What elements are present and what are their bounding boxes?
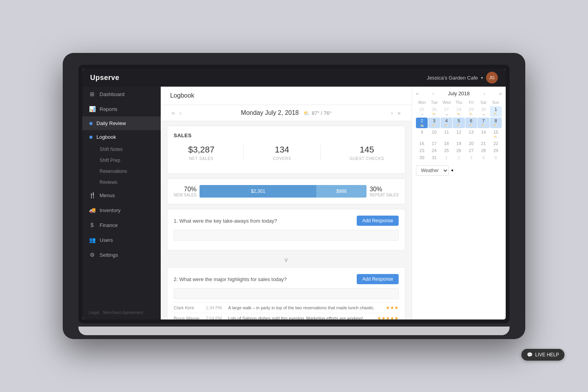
cal-day-jul27[interactable]: 27 xyxy=(465,147,477,154)
sidebar-footer: Legal Merchant Agreement xyxy=(82,305,161,319)
sidebar-item-daily-review[interactable]: Daily Review xyxy=(82,116,161,130)
response-2-text: Lots of Salmon dishes sold this evening.… xyxy=(228,316,372,319)
net-sales-label: NET SALES xyxy=(188,156,214,161)
cal-day-jun28[interactable]: 28⛅ xyxy=(453,106,465,117)
sidebar-item-logbook[interactable]: Logbook xyxy=(82,130,161,144)
cal-day-jul4[interactable]: 4⛅ xyxy=(441,118,452,128)
sidebar-label-logbook: Logbook xyxy=(96,134,116,140)
prev-month-btn[interactable]: « xyxy=(170,109,176,117)
cal-day-aug3[interactable]: 3 xyxy=(465,154,477,161)
cal-day-jul2-today[interactable]: 2⛅ xyxy=(416,118,428,128)
sidebar-item-menus[interactable]: 🍴 Menus xyxy=(82,188,161,203)
sidebar-item-reports[interactable]: 📊 Reports xyxy=(82,102,161,116)
screen-bezel: Upserve Jessica's Garden Cafe ▾ JG ⊞ Das… xyxy=(78,65,510,323)
cal-day-jul31[interactable]: 31 xyxy=(428,154,440,161)
repeat-sales-amount: $986 xyxy=(336,189,347,194)
cal-day-jul3[interactable]: 3⛅ xyxy=(428,118,440,128)
cal-day-jul9[interactable]: 9 xyxy=(416,129,428,140)
user-avatar[interactable]: JG xyxy=(486,72,498,83)
question-2-header: 2. What were the major highlights for sa… xyxy=(174,274,399,284)
cal-day-jul5[interactable]: 5⛅ xyxy=(453,118,465,128)
add-response-1-button[interactable]: Add Response xyxy=(357,216,399,226)
cal-day-jul1[interactable]: 1⛅ xyxy=(490,106,502,117)
cal-month-year: July 2018 xyxy=(448,91,470,96)
cal-prev-year-btn[interactable]: « xyxy=(416,91,419,96)
cal-day-jul13[interactable]: 13 xyxy=(465,129,477,140)
top-bar: Upserve Jessica's Garden Cafe ▾ JG xyxy=(82,69,506,87)
sidebar-item-shift-prep[interactable]: Shift Prep xyxy=(82,155,161,166)
cal-next-year-btn[interactable]: » xyxy=(499,91,502,96)
weather-display: ⛅ 87° / 76° xyxy=(303,110,331,116)
cal-day-jul30[interactable]: 30 xyxy=(416,154,428,161)
cal-day-jul16[interactable]: 16 xyxy=(416,140,428,147)
sidebar-item-dashboard[interactable]: ⊞ Dashboard xyxy=(82,87,161,102)
sidebar-item-inventory[interactable]: 🚚 Inventory xyxy=(82,203,161,218)
question-2-text: 2. What were the major highlights for sa… xyxy=(174,276,287,282)
cal-day-jul10[interactable]: 10 xyxy=(428,129,440,140)
response-2-time: 7:54 PM xyxy=(206,316,223,319)
cal-day-jul20[interactable]: 20 xyxy=(465,140,477,147)
cal-day-jul6[interactable]: 6⛅ xyxy=(465,118,477,128)
cal-day-aug1[interactable]: 1 xyxy=(441,154,452,161)
cal-day-jul8[interactable]: 8⛅ xyxy=(490,118,502,128)
cal-day-jun27[interactable]: 27☁ xyxy=(441,106,452,117)
progress-bar-section: 70% New Sales $2,301 $986 xyxy=(167,178,405,204)
new-sales-label-left: 70% New Sales xyxy=(174,186,196,197)
next-day-btn[interactable]: › xyxy=(390,109,395,117)
cal-day-jul19[interactable]: 19 xyxy=(453,140,465,147)
dow-sat: Sat xyxy=(477,100,489,105)
legal-link[interactable]: Legal xyxy=(89,310,99,315)
sidebar-label-reservations: Reservations xyxy=(100,169,127,174)
cal-day-jun25[interactable]: 25☁ xyxy=(416,106,428,117)
cal-day-jul28[interactable]: 28 xyxy=(477,147,489,154)
cal-day-jun30[interactable]: 30☁ xyxy=(477,106,489,117)
new-pct: 70% xyxy=(174,186,196,193)
cal-day-jul21[interactable]: 21 xyxy=(477,140,489,147)
response-2-input[interactable] xyxy=(174,288,399,299)
net-sales-value: $3,287 xyxy=(188,145,214,155)
cal-day-jul7[interactable]: 7⛅ xyxy=(477,118,489,128)
laptop-outer: Upserve Jessica's Garden Cafe ▾ JG ⊞ Das… xyxy=(63,53,525,339)
sidebar-item-shift-notes[interactable]: Shift Notes xyxy=(82,144,161,155)
sidebar-item-settings[interactable]: ⚙ Settings xyxy=(82,247,161,262)
cal-day-aug5[interactable]: 5 xyxy=(490,154,502,161)
response-1-input[interactable] xyxy=(174,230,399,241)
cal-day-jul24[interactable]: 24 xyxy=(428,147,440,154)
sidebar-item-reservations[interactable]: Reservations xyxy=(82,166,161,177)
restaurant-chevron-icon[interactable]: ▾ xyxy=(481,76,483,80)
cal-day-jun26[interactable]: 26⛅ xyxy=(428,106,440,117)
sales-metrics: $3,287 NET SALES 134 COVERS 145 xyxy=(174,145,399,161)
expand-chevron[interactable]: ∨ xyxy=(161,256,412,263)
cal-day-jul18[interactable]: 18 xyxy=(441,140,452,147)
cal-day-jul12[interactable]: 12 xyxy=(453,129,465,140)
cal-day-aug4[interactable]: 4 xyxy=(477,154,489,161)
dow-thu: Thu xyxy=(453,100,465,105)
cal-day-jul29[interactable]: 29 xyxy=(490,147,502,154)
date-nav-left-arrows: « ‹ xyxy=(170,109,183,117)
merchant-link[interactable]: Merchant Agreement xyxy=(103,310,143,315)
cal-prev-month-btn[interactable]: ‹ xyxy=(432,91,434,96)
sidebar-item-reviews[interactable]: Reviews xyxy=(82,177,161,188)
cal-day-jun29[interactable]: 29⛅ xyxy=(465,106,477,117)
cal-next-month-btn[interactable]: › xyxy=(484,91,485,96)
cal-day-jul11[interactable]: 11 xyxy=(441,129,452,140)
users-icon: 👥 xyxy=(89,236,96,243)
net-sales-metric: $3,287 NET SALES xyxy=(188,145,214,161)
cal-day-jul23[interactable]: 23 xyxy=(416,147,428,154)
cal-day-aug2[interactable]: 2 xyxy=(453,154,465,161)
sidebar-item-finance[interactable]: $ Finance xyxy=(82,218,161,232)
date-nav-right-arrows: › » xyxy=(390,109,402,117)
prev-day-btn[interactable]: ‹ xyxy=(178,109,183,117)
cal-day-jul22[interactable]: 22 xyxy=(490,140,502,147)
sidebar-item-users[interactable]: 👥 Users xyxy=(82,232,161,247)
cal-day-jul26[interactable]: 26 xyxy=(453,147,465,154)
weather-select[interactable]: Weather xyxy=(416,165,449,176)
next-month-btn[interactable]: » xyxy=(396,109,402,117)
reports-icon: 📊 xyxy=(89,105,96,113)
add-response-2-button[interactable]: Add Response xyxy=(357,274,399,284)
live-help-button[interactable]: 💬 LIVE HELP xyxy=(521,349,564,361)
cal-day-jul25[interactable]: 25 xyxy=(441,147,452,154)
cal-day-jul15[interactable]: 15⛅ xyxy=(490,129,502,140)
cal-day-jul14[interactable]: 14 xyxy=(477,129,489,140)
cal-day-jul17[interactable]: 17 xyxy=(428,140,440,147)
